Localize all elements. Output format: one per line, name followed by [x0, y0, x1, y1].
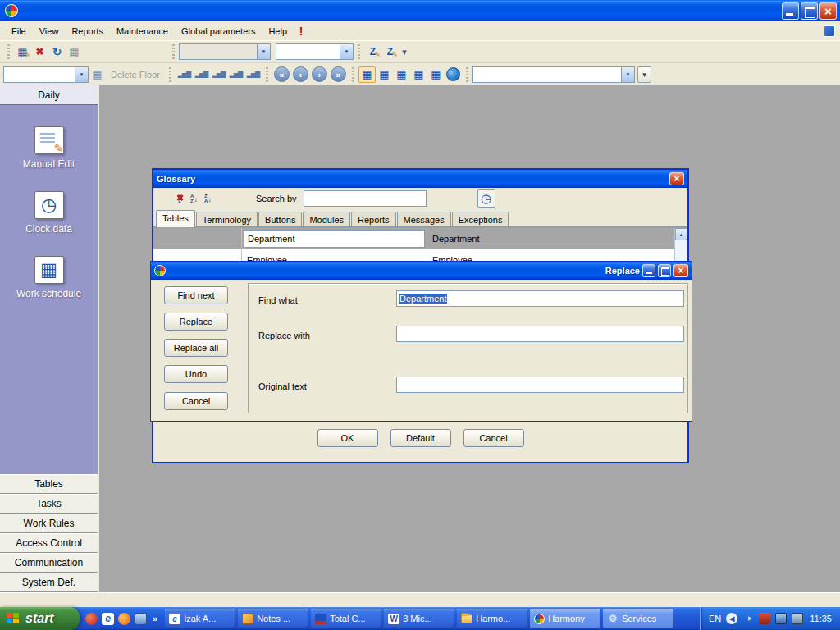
refresh-icon[interactable]: [48, 43, 66, 60]
scroll-up-icon[interactable]: [675, 228, 687, 240]
edit-grid-icon[interactable]: [14, 43, 31, 60]
calendar-week-icon[interactable]: [376, 66, 393, 83]
replace-cancel-button[interactable]: Cancel: [164, 392, 228, 410]
calendar-day-icon[interactable]: [358, 66, 376, 83]
chevron-down-icon[interactable]: [621, 67, 634, 82]
menu-view[interactable]: View: [33, 24, 66, 39]
find-next-button[interactable]: Find next: [164, 286, 228, 304]
find-what-input[interactable]: Department: [396, 290, 684, 307]
replace-close-button[interactable]: [673, 264, 688, 277]
replace-titlebar[interactable]: Replace: [151, 262, 692, 280]
antivirus-icon[interactable]: [759, 613, 770, 624]
sort-ascending-icon[interactable]: [187, 191, 201, 206]
hide-icons-chevron-icon[interactable]: ◀: [726, 613, 737, 624]
sidebar-section-tables[interactable]: Tables: [0, 474, 98, 494]
sidebar-item-clock-data[interactable]: Clock data: [0, 191, 98, 235]
volume-icon[interactable]: 🕨: [742, 613, 754, 624]
replace-with-input[interactable]: [396, 326, 684, 342]
floor-grid-icon[interactable]: [89, 66, 106, 83]
chart-view-icon-5[interactable]: [244, 66, 262, 83]
quick-launch-overflow-icon[interactable]: »: [151, 614, 159, 623]
menu-global-parameters[interactable]: Global parameters: [175, 24, 262, 39]
toolbar-overflow-icon[interactable]: [399, 43, 410, 60]
sidebar-item-work-schedule[interactable]: Work schedule: [0, 256, 98, 299]
tab-tables[interactable]: Tables: [156, 210, 195, 227]
glossary-titlebar[interactable]: Glossary: [153, 170, 687, 188]
taskbar-task-total-commander[interactable]: Total C...: [311, 609, 381, 628]
tab-messages[interactable]: Messages: [397, 212, 451, 226]
original-text-input[interactable]: [396, 377, 684, 393]
show-desktop-icon[interactable]: [135, 613, 147, 625]
toolbar-dropdown-button[interactable]: [637, 66, 651, 83]
table-icon[interactable]: [66, 43, 83, 60]
toolbar-grip[interactable]: [466, 67, 468, 82]
maximize-button[interactable]: [801, 2, 818, 20]
sidebar-item-manual-edit[interactable]: Manual Edit: [0, 126, 98, 170]
schedule-combobox[interactable]: [472, 66, 635, 83]
language-indicator[interactable]: EN: [709, 614, 721, 623]
menu-maintenance[interactable]: Maintenance: [110, 24, 175, 39]
toolbar-grip[interactable]: [266, 67, 268, 82]
next-record-icon[interactable]: ›: [312, 66, 327, 82]
last-record-icon[interactable]: »: [331, 66, 346, 82]
first-record-icon[interactable]: «: [274, 66, 290, 82]
replace-all-button[interactable]: Replace all: [164, 339, 228, 357]
clock-icon[interactable]: [477, 189, 495, 208]
browser-icon[interactable]: [118, 613, 130, 625]
default-button[interactable]: Default: [390, 429, 451, 447]
tab-buttons[interactable]: Buttons: [258, 212, 302, 226]
start-button[interactable]: start: [0, 607, 80, 630]
network-icon[interactable]: [792, 613, 803, 624]
term-edit-box[interactable]: Department: [244, 230, 425, 248]
chart-view-icon-3[interactable]: [210, 66, 227, 83]
taskbar-task-services[interactable]: ⚙ Services: [603, 609, 673, 628]
toolbar-combobox-1[interactable]: [179, 43, 271, 60]
glossary-close-button[interactable]: [669, 172, 684, 185]
toolbar-grip[interactable]: [358, 44, 360, 59]
export-excel-icon[interactable]: [31, 43, 48, 60]
alert-icon[interactable]: [294, 25, 308, 38]
edit-translation-icon[interactable]: [381, 43, 399, 60]
chart-view-icon-2[interactable]: [193, 66, 210, 83]
replace-minimize-button[interactable]: [642, 264, 655, 277]
term-cell[interactable]: Department: [242, 228, 427, 249]
close-button[interactable]: [819, 2, 837, 20]
sidebar-section-access-control[interactable]: Access Control: [0, 533, 98, 553]
calendar-period-icon[interactable]: [410, 66, 427, 83]
toolbar-grip[interactable]: [7, 44, 10, 59]
sidebar-header-daily[interactable]: Daily: [0, 85, 98, 105]
mdi-child-icon[interactable]: [824, 25, 835, 37]
chevron-down-icon[interactable]: [340, 44, 353, 59]
row-selector-cell[interactable]: [153, 228, 242, 249]
table-row[interactable]: Department Department: [153, 228, 687, 249]
taskbar-task-harmony[interactable]: Harmony: [530, 609, 600, 628]
replace-button[interactable]: Replace: [164, 313, 228, 331]
toolbar-combobox-2[interactable]: [276, 43, 354, 60]
taskbar-task-harmony-folder[interactable]: Harmo...: [457, 609, 527, 628]
cancel-button[interactable]: Cancel: [463, 429, 524, 447]
translation-cell[interactable]: Department: [427, 228, 687, 249]
sidebar-section-tasks[interactable]: Tasks: [0, 494, 98, 514]
minimize-button[interactable]: [782, 2, 799, 20]
calendar-year-icon[interactable]: [427, 66, 445, 83]
menu-file[interactable]: File: [5, 24, 33, 39]
chart-view-icon-1[interactable]: [176, 66, 193, 83]
media-app-icon[interactable]: [85, 613, 98, 625]
sort-descending-icon[interactable]: [201, 191, 215, 206]
tab-reports[interactable]: Reports: [351, 212, 396, 226]
tab-exceptions[interactable]: Exceptions: [452, 212, 509, 226]
toolbar-grip[interactable]: [172, 44, 175, 59]
menu-help[interactable]: Help: [262, 24, 294, 39]
ok-button[interactable]: OK: [317, 429, 378, 447]
calendar-month-icon[interactable]: [393, 66, 410, 83]
replace-maximize-button[interactable]: [658, 264, 671, 277]
floor-combobox[interactable]: [3, 66, 89, 83]
delete-floor-button[interactable]: Delete Floor: [106, 70, 165, 80]
search-input[interactable]: [304, 190, 427, 207]
sort-remove-icon[interactable]: [173, 191, 187, 206]
globe-icon[interactable]: [445, 66, 462, 83]
chart-view-icon-4[interactable]: [227, 66, 244, 83]
menu-reports[interactable]: Reports: [65, 24, 110, 39]
internet-explorer-icon[interactable]: e: [102, 613, 114, 625]
taskbar-task-izak[interactable]: e Izak A...: [165, 609, 235, 628]
